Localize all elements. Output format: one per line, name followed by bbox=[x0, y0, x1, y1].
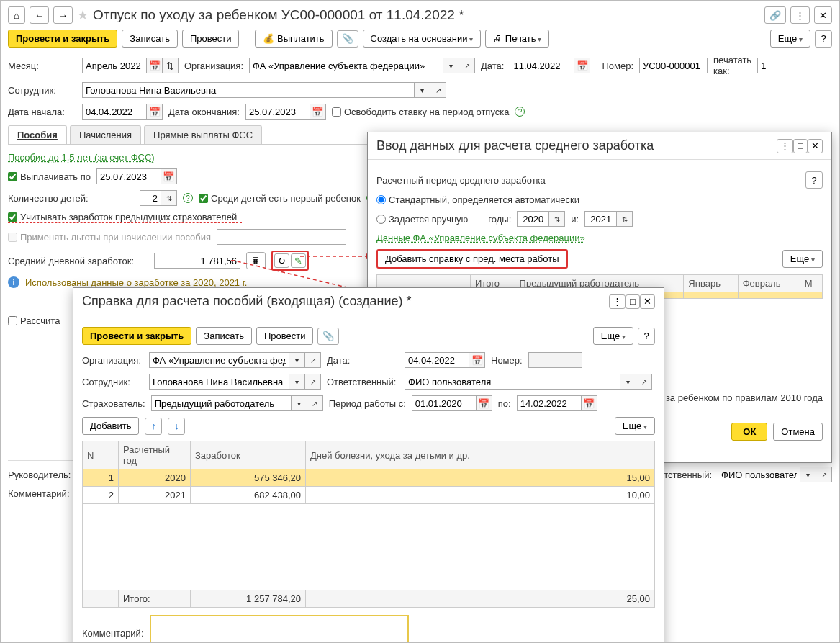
period-from-input[interactable] bbox=[412, 395, 477, 411]
forward-icon[interactable]: → bbox=[53, 6, 73, 24]
standard-radio[interactable]: Стандартный, определяется автоматически bbox=[376, 194, 579, 205]
year1-input[interactable] bbox=[517, 211, 549, 227]
back-icon[interactable]: ← bbox=[30, 6, 49, 24]
post-close-button[interactable]: Провести и закрыть bbox=[82, 327, 191, 345]
start-date-input[interactable] bbox=[82, 104, 147, 120]
spinner-icon[interactable]: ⇅ bbox=[617, 211, 633, 227]
kebab-icon[interactable]: ⋮ bbox=[609, 294, 626, 309]
more-button[interactable]: Еще bbox=[615, 417, 655, 435]
dropdown-icon[interactable]: ▾ bbox=[620, 374, 636, 390]
calendar-icon[interactable]: 📅 bbox=[147, 58, 163, 73]
dropdown-icon[interactable]: ▾ bbox=[292, 395, 307, 411]
data-org-link[interactable]: Данные ФА «Управление субъекта федерации… bbox=[376, 233, 585, 243]
close-icon[interactable]: ✕ bbox=[640, 294, 655, 309]
open-icon[interactable]: ↗ bbox=[636, 374, 652, 390]
comment-input[interactable] bbox=[150, 615, 409, 643]
maximize-icon[interactable]: □ bbox=[626, 294, 640, 309]
open-icon[interactable]: ↗ bbox=[307, 395, 323, 411]
post-button[interactable]: Провести bbox=[256, 327, 314, 345]
write-button[interactable]: Записать bbox=[122, 30, 178, 48]
pay-until-input[interactable] bbox=[96, 168, 161, 184]
help-icon[interactable]: ? bbox=[805, 171, 823, 189]
print-button[interactable]: 🖨 Печать bbox=[485, 30, 549, 48]
month-input[interactable] bbox=[82, 58, 147, 73]
write-button[interactable]: Записать bbox=[196, 327, 252, 345]
open-icon[interactable]: ↗ bbox=[459, 58, 475, 73]
add-button[interactable]: Добавить bbox=[82, 417, 139, 435]
link-icon[interactable]: 🔗 bbox=[764, 6, 786, 24]
more-button[interactable]: Еще bbox=[770, 30, 810, 48]
attach-icon[interactable]: 📎 bbox=[317, 328, 339, 345]
ok-button[interactable]: ОК bbox=[731, 423, 767, 441]
help-icon[interactable]: ? bbox=[815, 30, 832, 48]
home-icon[interactable]: ⌂ bbox=[8, 6, 25, 24]
date-input[interactable] bbox=[510, 58, 574, 73]
cert-table[interactable]: N Расчетный год Заработок Дней болезни, … bbox=[82, 441, 655, 608]
cancel-button[interactable]: Отмена bbox=[773, 423, 823, 441]
calendar-icon[interactable]: 📅 bbox=[469, 352, 485, 368]
dropdown-icon[interactable]: ▾ bbox=[800, 467, 816, 482]
kebab-icon[interactable]: ⋮ bbox=[777, 139, 793, 153]
year2-input[interactable] bbox=[584, 211, 617, 227]
arrow-down-icon[interactable]: ↓ bbox=[168, 418, 185, 435]
open-icon[interactable]: ↗ bbox=[816, 467, 832, 482]
calendar-icon[interactable]: 📅 bbox=[147, 104, 163, 120]
calendar-icon[interactable]: 📅 bbox=[582, 395, 597, 411]
calendar-icon[interactable]: 📅 bbox=[310, 104, 326, 120]
help-icon[interactable]: ? bbox=[183, 193, 193, 203]
open-icon[interactable]: ↗ bbox=[430, 82, 446, 98]
add-cert-button[interactable]: Добавить справку с пред. места работы bbox=[376, 249, 568, 269]
insurer-input[interactable] bbox=[151, 395, 292, 411]
arrow-up-icon[interactable]: ↑ bbox=[145, 418, 162, 435]
pay-until-checkbox[interactable]: Выплачивать по bbox=[8, 171, 91, 182]
more-button[interactable]: Еще bbox=[593, 327, 633, 345]
pay-button[interactable]: 💰 Выплатить bbox=[255, 30, 332, 48]
responsible-input[interactable] bbox=[405, 374, 620, 390]
kids-count-input[interactable] bbox=[140, 190, 161, 206]
tab-fss[interactable]: Прямые выплаты ФСС bbox=[144, 125, 262, 144]
close-icon[interactable]: ✕ bbox=[814, 6, 832, 24]
tab-benefits[interactable]: Пособия bbox=[8, 125, 67, 144]
tab-accruals[interactable]: Начисления bbox=[70, 125, 141, 144]
end-date-input[interactable] bbox=[245, 104, 310, 120]
employee-input[interactable] bbox=[82, 82, 415, 98]
create-based-button[interactable]: Создать на основании bbox=[363, 30, 482, 48]
kebab-icon[interactable]: ⋮ bbox=[790, 6, 810, 24]
prev-insurers-checkbox[interactable]: Учитывать заработок предыдущих страховат… bbox=[8, 212, 237, 222]
table-row[interactable]: 1 2020 575 346,20 15,00 bbox=[83, 469, 655, 487]
number-input[interactable] bbox=[639, 58, 708, 73]
help-icon[interactable]: ? bbox=[515, 107, 525, 117]
spinner-icon[interactable]: ⇅ bbox=[549, 211, 565, 227]
close-icon[interactable]: ✕ bbox=[808, 139, 823, 153]
manual-radio[interactable]: Задается вручную bbox=[376, 214, 468, 225]
calendar-icon[interactable]: 📅 bbox=[574, 58, 590, 73]
date-input[interactable] bbox=[405, 352, 469, 368]
employee-input[interactable] bbox=[149, 374, 289, 390]
attach-icon[interactable]: 📎 bbox=[337, 30, 358, 48]
recalc-checkbox[interactable]: Рассчита bbox=[8, 315, 60, 326]
open-icon[interactable]: ↗ bbox=[305, 374, 321, 390]
free-rate-checkbox[interactable]: Освободить ставку на период отпуска bbox=[332, 107, 510, 117]
spinner-icon[interactable]: ⇅ bbox=[161, 190, 177, 206]
printas-input[interactable] bbox=[757, 58, 840, 73]
post-close-button[interactable]: Провести и закрыть bbox=[8, 30, 117, 48]
calendar-icon[interactable]: 📅 bbox=[161, 168, 177, 184]
help-icon[interactable]: ? bbox=[638, 328, 655, 345]
post-button[interactable]: Провести bbox=[182, 30, 240, 48]
dropdown-icon[interactable]: ▾ bbox=[443, 58, 459, 73]
dropdown-icon[interactable]: ▾ bbox=[415, 82, 430, 98]
responsible-input[interactable] bbox=[718, 467, 800, 482]
maximize-icon[interactable]: □ bbox=[793, 139, 808, 153]
org-input[interactable] bbox=[149, 352, 289, 368]
dropdown-icon[interactable]: ▾ bbox=[289, 374, 305, 390]
table-row[interactable]: 2 2021 682 438,00 10,00 bbox=[83, 487, 655, 504]
period-to-input[interactable] bbox=[517, 395, 582, 411]
star-icon[interactable]: ★ bbox=[77, 7, 89, 23]
calendar-icon[interactable]: 📅 bbox=[477, 395, 492, 411]
org-input[interactable] bbox=[249, 58, 443, 73]
first-child-checkbox[interactable]: Среди детей есть первый ребенок bbox=[199, 193, 361, 204]
avg-daily-input[interactable] bbox=[154, 253, 240, 269]
open-icon[interactable]: ↗ bbox=[305, 352, 321, 368]
spinner-icon[interactable]: ⇅ bbox=[163, 58, 179, 73]
more-button[interactable]: Еще bbox=[782, 250, 823, 268]
